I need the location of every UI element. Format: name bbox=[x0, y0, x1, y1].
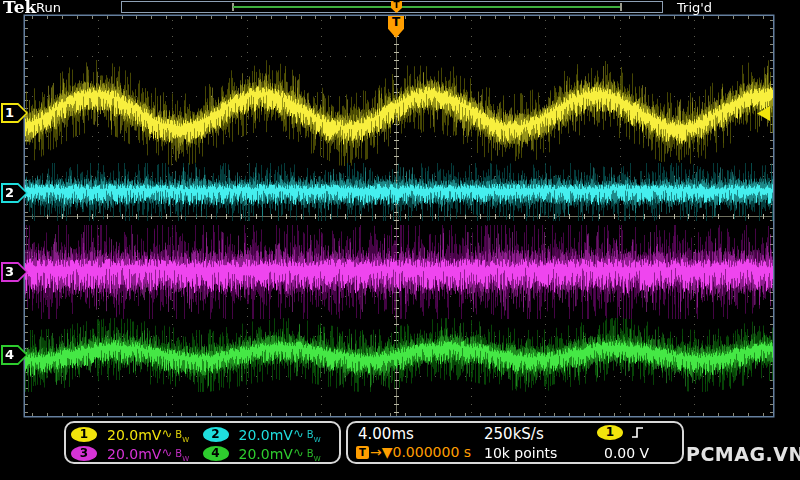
trigger-t-icon: T bbox=[356, 446, 369, 459]
channel-2-marker-label: 2 bbox=[1, 185, 18, 201]
channel-4-coupling-bw-icon: ∿BW bbox=[293, 445, 328, 463]
trigger-position-marker-icon[interactable]: T bbox=[391, 1, 402, 13]
trigger-position-value: 0.000000 s bbox=[393, 444, 472, 460]
marker-down-icon: ▼ bbox=[382, 444, 393, 460]
tek-logo: Tek bbox=[3, 0, 36, 17]
trigger-level-value: 0.00 V bbox=[604, 445, 649, 461]
channel-2-scale: 20.0mV bbox=[239, 427, 293, 443]
channel-2-badge[interactable]: 2 bbox=[203, 427, 229, 442]
trigger-position-readout: T→▼0.000000 s bbox=[356, 444, 471, 460]
channel-3-marker-label: 3 bbox=[1, 264, 18, 280]
waveform-display[interactable] bbox=[0, 0, 800, 480]
channel-1-scale: 20.0mV bbox=[107, 427, 161, 443]
expansion-bracket-right bbox=[620, 3, 622, 11]
channel-readout-row: 3 20.0mV ∿BW 4 20.0mV ∿BW bbox=[71, 444, 334, 463]
top-status-bar: Tek Run T Trig'd bbox=[0, 0, 800, 15]
channel-readouts-box: 1 20.0mV ∿BW 2 20.0mV ∿BW 3 20.0mV ∿BW 4… bbox=[64, 421, 341, 464]
trigger-source-badge[interactable]: 1 bbox=[597, 425, 623, 440]
channel-1-badge[interactable]: 1 bbox=[71, 427, 97, 442]
sample-rate: 250kS/s bbox=[484, 425, 544, 443]
record-length: 10k points bbox=[484, 445, 557, 461]
watermark: PCMAG.VN bbox=[686, 443, 800, 465]
arrow-right-icon: → bbox=[370, 444, 382, 460]
channel-3-badge[interactable]: 3 bbox=[71, 446, 97, 461]
channel-1-coupling-bw-icon: ∿BW bbox=[161, 426, 196, 444]
record-view-bar[interactable]: T bbox=[121, 1, 663, 13]
timebase-scale[interactable]: 4.00ms bbox=[358, 425, 414, 443]
rising-edge-slope-icon bbox=[631, 425, 644, 440]
record-line bbox=[233, 6, 621, 8]
channel-3-coupling-bw-icon: ∿BW bbox=[161, 445, 196, 463]
acquisition-status: Run bbox=[36, 0, 61, 15]
channel-1-marker-label: 1 bbox=[1, 105, 18, 121]
channel-3-scale: 20.0mV bbox=[107, 446, 161, 462]
trigger-source[interactable]: 1 bbox=[597, 425, 644, 440]
horizontal-trigger-readouts-box: 4.00ms 250kS/s 1 T→▼0.000000 s 10k point… bbox=[346, 421, 684, 464]
channel-4-badge[interactable]: 4 bbox=[203, 446, 229, 461]
channel-4-marker-label: 4 bbox=[1, 347, 18, 363]
channel-4-scale: 20.0mV bbox=[239, 446, 293, 462]
channel-2-coupling-bw-icon: ∿BW bbox=[293, 426, 328, 444]
channel-readout-row: 1 20.0mV ∿BW 2 20.0mV ∿BW bbox=[71, 425, 334, 444]
trigger-status: Trig'd bbox=[677, 0, 712, 15]
